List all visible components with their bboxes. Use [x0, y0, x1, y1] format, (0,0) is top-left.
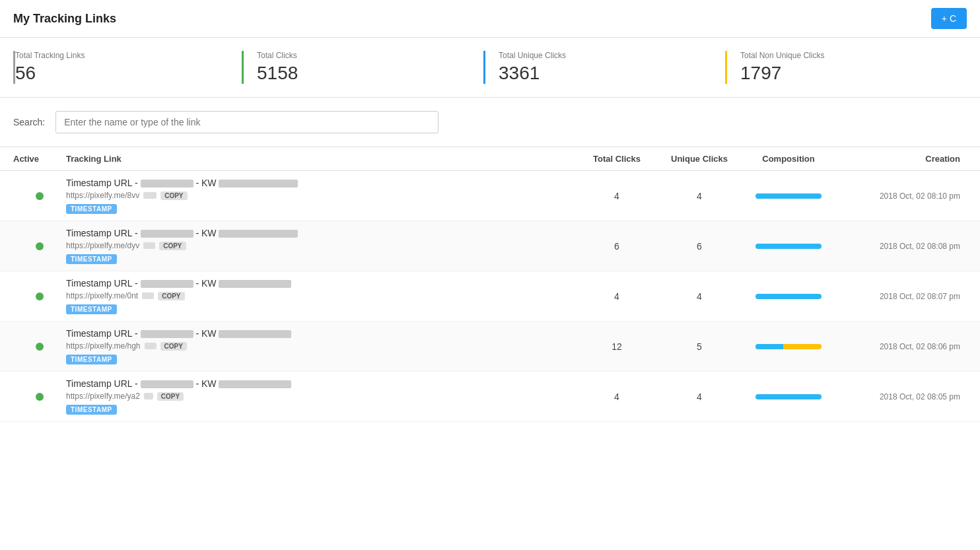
active-dot-icon	[36, 192, 44, 200]
stat-total-tracking-links: Total Tracking Links 56	[13, 51, 242, 84]
stat-total-clicks-value: 5158	[257, 63, 470, 84]
creation-date: 2018 Oct, 02 08:10 pm	[835, 191, 967, 201]
copy-button[interactable]: COPY	[160, 191, 187, 200]
unique-clicks-cell: 4	[656, 191, 742, 201]
add-tracking-link-button[interactable]: + C	[931, 8, 967, 29]
timestamp-badge: TIMESTAMP	[66, 204, 117, 214]
timestamp-badge: TIMESTAMP	[66, 254, 117, 264]
unique-clicks-cell: 4	[656, 291, 742, 302]
stat-total-non-unique-clicks: Total Non Unique Clicks 1797	[725, 51, 967, 84]
total-clicks-cell: 4	[577, 191, 656, 201]
page-header: My Tracking Links + C	[0, 0, 980, 38]
link-url: https://pixelfy.me/ya2 COPY	[66, 392, 577, 401]
copy-button[interactable]: COPY	[157, 392, 184, 401]
table-row: Timestamp URL - - KW https://pixelfy.me/…	[0, 221, 980, 271]
active-dot-icon	[36, 393, 44, 401]
unique-clicks-cell: 4	[656, 392, 742, 402]
copy-button[interactable]: COPY	[159, 242, 186, 250]
table-row: Timestamp URL - - KW https://pixelfy.me/…	[0, 271, 980, 322]
stat-unique-clicks-label: Total Unique Clicks	[499, 51, 712, 60]
link-name: Timestamp URL - - KW	[66, 378, 577, 389]
col-header-total-clicks: Total Clicks	[577, 154, 656, 164]
composition-bar	[742, 394, 835, 399]
copy-button[interactable]: COPY	[158, 292, 184, 300]
creation-date: 2018 Oct, 02 08:08 pm	[835, 242, 967, 251]
active-status	[13, 343, 66, 351]
col-header-tracking-link: Tracking Link	[66, 154, 577, 164]
active-status	[13, 393, 66, 401]
search-section: Search:	[0, 98, 980, 147]
link-url: https://pixelfy.me/dyv COPY	[66, 241, 577, 250]
active-status	[13, 292, 66, 300]
page-title: My Tracking Links	[13, 12, 116, 26]
timestamp-badge: TIMESTAMP	[66, 405, 117, 415]
link-info: Timestamp URL - - KW https://pixelfy.me/…	[66, 378, 577, 415]
col-header-composition: Composition	[742, 154, 835, 164]
stat-total-clicks-label: Total Clicks	[257, 51, 470, 60]
table-row: Timestamp URL - - KW https://pixelfy.me/…	[0, 322, 980, 372]
table-header: Active Tracking Link Total Clicks Unique…	[0, 147, 980, 171]
active-dot-icon	[36, 343, 44, 351]
link-url: https://pixelfy.me/0nt COPY	[66, 291, 577, 300]
total-clicks-cell: 4	[577, 392, 656, 402]
link-name: Timestamp URL - - KW	[66, 228, 577, 238]
search-label: Search:	[13, 117, 45, 127]
link-info: Timestamp URL - - KW https://pixelfy.me/…	[66, 228, 577, 264]
timestamp-badge: TIMESTAMP	[66, 355, 117, 364]
link-name: Timestamp URL - - KW	[66, 278, 577, 289]
unique-clicks-cell: 5	[656, 341, 742, 352]
total-clicks-cell: 12	[577, 341, 656, 352]
stats-bar: Total Tracking Links 56 Total Clicks 515…	[0, 38, 980, 98]
link-info: Timestamp URL - - KW https://pixelfy.me/…	[66, 328, 577, 364]
col-header-active: Active	[13, 154, 66, 164]
total-clicks-cell: 4	[577, 291, 656, 302]
composition-bar	[742, 193, 835, 199]
table-row: Timestamp URL - - KW https://pixelfy.me/…	[0, 372, 980, 422]
stat-total-clicks: Total Clicks 5158	[242, 51, 483, 84]
stat-non-unique-clicks-value: 1797	[740, 63, 954, 84]
link-info: Timestamp URL - - KW https://pixelfy.me/…	[66, 278, 577, 314]
active-status	[13, 242, 66, 250]
table-row: Timestamp URL - - KW https://pixelfy.me/…	[0, 171, 980, 221]
stat-unique-clicks-value: 3361	[499, 63, 712, 84]
stat-total-unique-clicks: Total Unique Clicks 3361	[483, 51, 725, 84]
stat-non-unique-clicks-label: Total Non Unique Clicks	[740, 51, 954, 60]
col-header-unique-clicks: Unique Clicks	[656, 154, 742, 164]
composition-bar	[742, 294, 835, 299]
link-name: Timestamp URL - - KW	[66, 328, 577, 339]
creation-date: 2018 Oct, 02 08:07 pm	[835, 292, 967, 301]
unique-clicks-cell: 6	[656, 241, 742, 252]
link-url: https://pixelfy.me/8vv COPY	[66, 191, 577, 200]
timestamp-badge: TIMESTAMP	[66, 304, 117, 314]
total-clicks-cell: 6	[577, 241, 656, 252]
link-info: Timestamp URL - - KW https://pixelfy.me/…	[66, 178, 577, 214]
creation-date: 2018 Oct, 02 08:05 pm	[835, 392, 967, 401]
stat-total-tracking-links-value: 56	[15, 63, 228, 84]
stat-total-tracking-links-label: Total Tracking Links	[15, 51, 228, 60]
active-status	[13, 192, 66, 200]
composition-bar	[742, 344, 835, 349]
copy-button[interactable]: COPY	[160, 342, 187, 351]
link-url: https://pixelfy.me/hgh COPY	[66, 341, 577, 351]
creation-date: 2018 Oct, 02 08:06 pm	[835, 342, 967, 351]
composition-bar	[742, 244, 835, 249]
active-dot-icon	[36, 292, 44, 300]
tracking-links-table: Active Tracking Link Total Clicks Unique…	[0, 147, 980, 422]
col-header-creation: Creation	[835, 154, 967, 164]
search-input[interactable]	[55, 111, 438, 133]
active-dot-icon	[36, 242, 44, 250]
link-name: Timestamp URL - - KW	[66, 178, 577, 188]
